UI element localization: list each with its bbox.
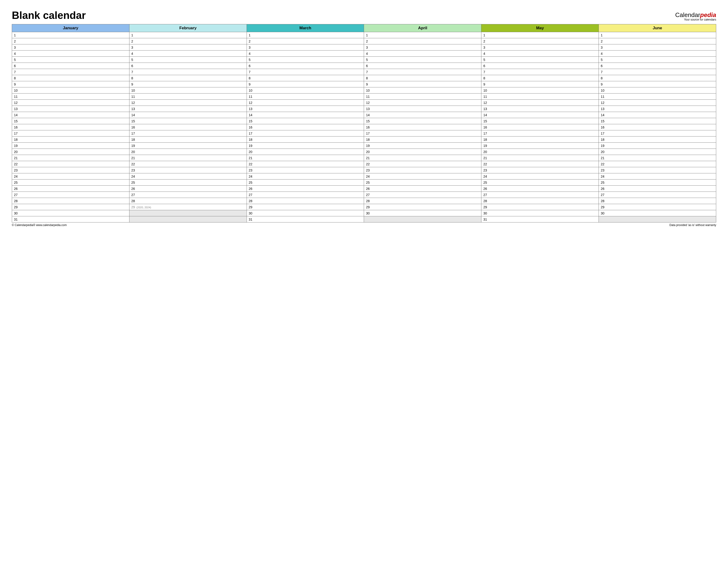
day-row: 444444 (12, 51, 716, 57)
brand-prefix: Calendar (675, 11, 700, 18)
day-cell: 26 (247, 186, 364, 192)
day-row: 111111111111 (12, 94, 716, 100)
day-cell: 13 (364, 106, 481, 112)
day-row: 282828282828 (12, 198, 716, 204)
day-cell: 20 (247, 149, 364, 155)
day-cell: 24 (247, 173, 364, 179)
day-cell: 29 (599, 204, 716, 210)
day-row: 121212121212 (12, 100, 716, 106)
leap-day-number: 29 (131, 205, 135, 209)
day-row: 2929(2020, 2024)29292929 (12, 204, 716, 210)
day-cell: 20 (12, 149, 129, 155)
day-cell: 9 (12, 81, 129, 87)
day-cell: 28 (364, 198, 481, 204)
leap-day-note: (2020, 2024) (136, 206, 151, 209)
day-cell: 12 (247, 100, 364, 106)
month-header: May (481, 24, 599, 32)
day-row: 191919191919 (12, 143, 716, 149)
day-cell: 13 (129, 106, 247, 112)
day-cell: 25 (12, 179, 129, 186)
day-cell: 17 (129, 130, 247, 137)
day-cell: 15 (364, 118, 481, 124)
day-row: 111111 (12, 32, 716, 38)
day-cell: 27 (247, 192, 364, 198)
day-cell: 29 (247, 204, 364, 210)
day-cell: 18 (364, 137, 481, 143)
month-header-row: JanuaryFebruaryMarchAprilMayJune (12, 24, 716, 32)
day-cell: 12 (481, 100, 599, 106)
day-cell: 15 (247, 118, 364, 124)
day-row: 202020202020 (12, 149, 716, 155)
day-cell: 6 (364, 63, 481, 69)
day-cell: 6 (12, 63, 129, 69)
day-cell: 11 (247, 94, 364, 100)
header: Blank calendar Calendarpedia Your source… (12, 9, 716, 21)
day-cell: 23 (247, 167, 364, 173)
day-cell: 28 (247, 198, 364, 204)
day-cell: 9 (481, 81, 599, 87)
day-cell: 16 (12, 124, 129, 130)
day-cell: 30 (481, 210, 599, 216)
day-cell: 2 (481, 38, 599, 44)
day-cell: 12 (129, 100, 247, 106)
day-cell: 31 (247, 216, 364, 222)
day-row: 262626262626 (12, 186, 716, 192)
day-cell: 6 (129, 63, 247, 69)
day-cell: 5 (599, 57, 716, 63)
brand-tagline: Your source for calendars (675, 18, 716, 21)
day-cell: 11 (12, 94, 129, 100)
page-title: Blank calendar (12, 9, 86, 21)
day-cell: 14 (364, 112, 481, 118)
day-cell: 25 (364, 179, 481, 186)
day-cell: 20 (364, 149, 481, 155)
day-row: 222222 (12, 38, 716, 44)
day-cell: 9 (364, 81, 481, 87)
day-cell: 26 (599, 186, 716, 192)
day-cell: 29 (364, 204, 481, 210)
day-cell: 13 (481, 106, 599, 112)
day-cell: 21 (247, 155, 364, 161)
day-cell: 11 (481, 94, 599, 100)
month-header: June (599, 24, 716, 32)
day-cell: 23 (599, 167, 716, 173)
footer: © Calendarpedia® www.calendarpedia.com D… (12, 223, 716, 227)
day-cell: 17 (247, 130, 364, 137)
day-cell: 11 (129, 94, 247, 100)
day-cell: 16 (599, 124, 716, 130)
day-cell: 21 (481, 155, 599, 161)
day-cell: 29 (481, 204, 599, 210)
day-cell: 3 (12, 44, 129, 51)
day-cell: 3 (364, 44, 481, 51)
day-cell: 10 (12, 87, 129, 94)
day-cell: 12 (12, 100, 129, 106)
day-cell: 1 (481, 32, 599, 38)
day-cell: 31 (12, 216, 129, 222)
day-row: 181818181818 (12, 137, 716, 143)
day-cell: 24 (481, 173, 599, 179)
day-cell: 23 (12, 167, 129, 173)
day-row: 232323232323 (12, 167, 716, 173)
day-cell: 30 (12, 210, 129, 216)
day-cell: 19 (481, 143, 599, 149)
day-cell: 30 (364, 210, 481, 216)
footer-right: Data provided 'as is' without warranty (669, 223, 716, 227)
day-cell: 14 (12, 112, 129, 118)
day-cell: 1 (247, 32, 364, 38)
day-cell: 4 (129, 51, 247, 57)
brand-block: Calendarpedia Your source for calendars (675, 12, 716, 21)
day-cell: 3 (129, 44, 247, 51)
day-cell: 18 (599, 137, 716, 143)
footer-left: © Calendarpedia® www.calendarpedia.com (12, 223, 67, 227)
day-cell: 7 (481, 69, 599, 75)
brand-name: Calendarpedia (675, 12, 716, 18)
day-cell: 13 (599, 106, 716, 112)
day-row: 242424242424 (12, 173, 716, 179)
day-cell: 27 (599, 192, 716, 198)
day-cell: 5 (129, 57, 247, 63)
day-cell: 8 (129, 75, 247, 81)
day-row: 888888 (12, 75, 716, 81)
day-cell: 5 (12, 57, 129, 63)
day-cell: 28 (481, 198, 599, 204)
day-cell: 24 (599, 173, 716, 179)
day-cell: 6 (247, 63, 364, 69)
